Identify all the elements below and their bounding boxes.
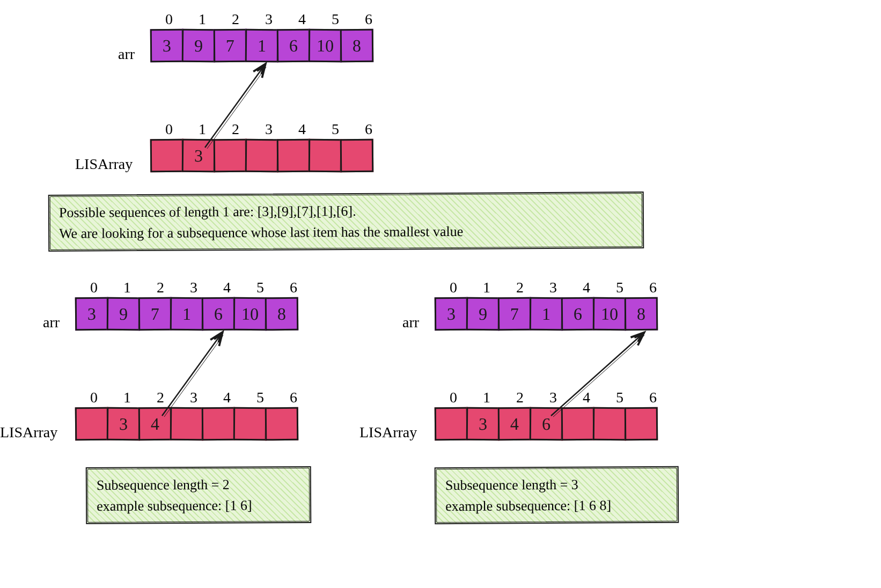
lis-cell: [233, 407, 267, 441]
idx: 1: [111, 279, 144, 296]
lisarray-label-top: LISArray: [75, 156, 133, 173]
arr-cell: 1: [530, 297, 563, 331]
idx: 5: [319, 121, 352, 138]
lis-cell: 4: [138, 407, 172, 441]
arr-cell: 10: [233, 297, 267, 331]
lis-cell: [265, 407, 299, 441]
idx: 3: [252, 11, 285, 28]
idx: 2: [144, 279, 177, 296]
arr-cell: 10: [309, 29, 342, 63]
idx: 4: [570, 279, 603, 296]
arr-cell: 1: [170, 297, 204, 331]
idx: 0: [437, 279, 470, 296]
idx: 4: [570, 389, 603, 406]
br-note-line1: Subsequence length = 3: [445, 474, 668, 496]
idx: 5: [603, 389, 636, 406]
idx: 2: [503, 389, 537, 406]
mid-note-line2: We are looking for a subsequence whose l…: [59, 220, 633, 244]
arr-cell: 9: [107, 297, 141, 331]
lis-cell: 4: [498, 407, 532, 441]
idx: 6: [636, 389, 670, 406]
lisarray-label-bl: LISArray: [0, 424, 57, 441]
idx: 1: [186, 121, 219, 138]
lis-cell: [202, 407, 236, 441]
lis-indices-br: 0 1 2 3 4 5 6: [435, 389, 672, 406]
idx: 3: [537, 389, 570, 406]
bl-note-box: Subsequence length = 2 example subsequen…: [86, 466, 312, 524]
arr-indices-bl: 0 1 2 3 4 5 6: [75, 279, 312, 296]
idx: 0: [437, 389, 470, 406]
lis-cell: 3: [466, 407, 500, 441]
mid-note-box: Possible sequences of length 1 are: [3],…: [48, 192, 644, 252]
idx: 2: [503, 279, 537, 296]
idx: 0: [152, 121, 186, 138]
arr-cell: 7: [498, 297, 532, 331]
arr-cell: 7: [138, 297, 172, 331]
arr-cell: 8: [340, 29, 374, 63]
idx: 2: [219, 121, 252, 138]
idx: 3: [177, 389, 210, 406]
lisarray-br: 0 1 2 3 4 5 6 3 4 6: [435, 389, 672, 440]
idx: 6: [636, 279, 670, 296]
idx: 6: [352, 121, 385, 138]
mid-note-line1: Possible sequences of length 1 are: [3],…: [59, 199, 633, 223]
idx: 6: [277, 279, 310, 296]
lis-indices-bl: 0 1 2 3 4 5 6: [75, 389, 312, 406]
br-note-line2: example subsequence: [1 6 8]: [445, 495, 668, 517]
lis-indices-top: 0 1 2 3 4 5 6: [150, 121, 387, 138]
arr-cell: 6: [277, 29, 311, 63]
lis-cell: [340, 139, 374, 173]
lis-cell: [170, 407, 204, 441]
idx: 4: [285, 11, 319, 28]
idx: 6: [352, 11, 385, 28]
idx: 4: [210, 279, 244, 296]
arr-cell: 8: [265, 297, 299, 331]
arr-cell: 6: [202, 297, 236, 331]
arr-cell: 1: [245, 29, 279, 63]
lis-cell: [309, 139, 342, 173]
arr-label-br: arr: [402, 314, 419, 331]
arr-cell: 3: [435, 297, 468, 331]
idx: 3: [177, 279, 210, 296]
arr-array-br: 0 1 2 3 4 5 6 3 9 7 1 6 10 8: [435, 279, 672, 330]
lis-cell: 3: [107, 407, 141, 441]
arr-cell: 10: [593, 297, 627, 331]
idx: 5: [603, 279, 636, 296]
bl-note-line1: Subsequence length = 2: [97, 474, 300, 496]
idx: 1: [470, 279, 503, 296]
arr-array-bl: 0 1 2 3 4 5 6 3 9 7 1 6 10 8: [75, 279, 312, 330]
lis-cell: [150, 139, 184, 173]
idx: 0: [77, 389, 111, 406]
arr-cell: 6: [561, 297, 595, 331]
idx: 5: [244, 279, 277, 296]
lisarray-top: 0 1 2 3 4 5 6 3: [150, 121, 387, 172]
idx: 3: [252, 121, 285, 138]
arr-cell: 9: [466, 297, 500, 331]
bl-note-line2: example subsequence: [1 6]: [97, 495, 300, 517]
lis-cell: [561, 407, 595, 441]
arr-cell: 3: [150, 29, 184, 63]
idx: 4: [285, 121, 319, 138]
idx: 4: [210, 389, 244, 406]
arr-label-top: arr: [118, 46, 135, 63]
lisarray-label-br: LISArray: [359, 424, 417, 441]
idx: 5: [244, 389, 277, 406]
lis-cell: [75, 407, 109, 441]
lis-cell: [625, 407, 658, 441]
idx: 5: [319, 11, 352, 28]
idx: 0: [77, 279, 111, 296]
lis-cell: [593, 407, 627, 441]
arr-indices-br: 0 1 2 3 4 5 6: [435, 279, 672, 296]
idx: 0: [152, 11, 186, 28]
idx: 2: [219, 11, 252, 28]
lis-cell: [245, 139, 279, 173]
lis-cell: 6: [530, 407, 563, 441]
arr-label-bl: arr: [43, 314, 60, 331]
lis-cell: 3: [182, 139, 216, 173]
idx: 2: [144, 389, 177, 406]
arr-cell: 7: [214, 29, 247, 63]
arr-cell: 3: [75, 297, 109, 331]
idx: 3: [537, 279, 570, 296]
arr-array-top: 0 1 2 3 4 5 6 3 9 7 1 6 10 8: [150, 11, 387, 62]
idx: 6: [277, 389, 310, 406]
